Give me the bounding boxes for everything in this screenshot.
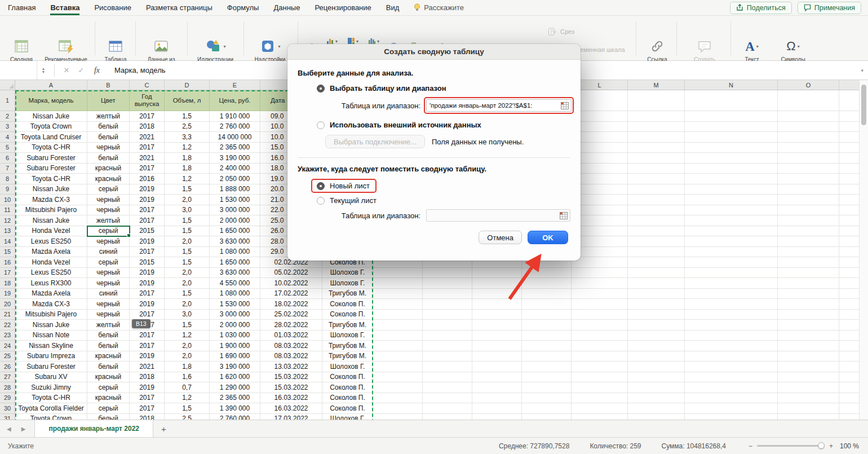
grid-cell[interactable]: 2019	[130, 382, 165, 393]
grid-cell[interactable]	[522, 382, 572, 393]
grid-cell[interactable]: Соколов П.	[322, 403, 373, 414]
grid-cell[interactable]: Mazda CX-3	[15, 195, 87, 205]
grid-cell[interactable]: 2,0	[165, 195, 210, 205]
grid-cell[interactable]	[839, 268, 859, 279]
grid-cell[interactable]	[373, 310, 423, 320]
grid-cell[interactable]	[472, 299, 522, 310]
grid-cell[interactable]	[522, 341, 572, 351]
grid-cell[interactable]	[778, 174, 839, 184]
grid-cell[interactable]	[685, 382, 778, 393]
grid-cell[interactable]	[572, 289, 628, 299]
grid-cell[interactable]	[778, 414, 839, 420]
grid-cell[interactable]	[778, 247, 839, 258]
grid-cell[interactable]	[778, 393, 839, 404]
grid-cell[interactable]: серый	[87, 226, 130, 237]
grid-cell[interactable]	[778, 289, 839, 299]
grid-cell[interactable]: черный	[87, 143, 130, 153]
grid-cell[interactable]: Шолохов Г.	[322, 414, 373, 420]
grid-cell[interactable]	[373, 351, 423, 362]
grid-cell[interactable]: белый	[87, 122, 130, 133]
grid-cell[interactable]	[373, 268, 423, 279]
grid-cell[interactable]	[572, 278, 628, 289]
col-header[interactable]: A	[15, 80, 87, 90]
grid-cell[interactable]: 4 550 000	[210, 278, 260, 289]
share-button[interactable]: Поделиться	[730, 2, 792, 14]
header-cell[interactable]: Объем, л	[165, 90, 210, 111]
slicer-button[interactable]: Срез	[548, 27, 574, 36]
row-header[interactable]: 28	[0, 382, 15, 393]
grid-cell[interactable]	[685, 257, 778, 268]
radio-external-source[interactable]	[317, 121, 325, 129]
grid-cell[interactable]	[778, 111, 839, 122]
grid-cell[interactable]: красный	[87, 164, 130, 174]
grid-cell[interactable]	[423, 278, 472, 289]
grid-cell[interactable]	[839, 372, 859, 383]
grid-cell[interactable]	[572, 372, 628, 383]
grid-cell[interactable]: 10.02.2022	[260, 278, 322, 289]
grid-cell[interactable]: Subaru Forester	[15, 164, 87, 174]
header-cell[interactable]	[839, 90, 859, 111]
grid-cell[interactable]: Тригубов М.	[322, 289, 373, 299]
row-header[interactable]: 25	[0, 351, 15, 362]
grid-cell[interactable]	[472, 372, 522, 383]
grid-cell[interactable]	[373, 414, 423, 420]
grid-cell[interactable]	[685, 215, 778, 226]
header-cell[interactable]	[628, 90, 685, 111]
grid-cell[interactable]	[472, 414, 522, 420]
grid-cell[interactable]	[628, 257, 685, 268]
grid-cell[interactable]: 17.02.2022	[260, 289, 322, 299]
grid-cell[interactable]	[778, 351, 839, 362]
row-header[interactable]: 11	[0, 205, 15, 216]
grid-cell[interactable]	[778, 310, 839, 320]
grid-cell[interactable]: 3 190 000	[210, 362, 260, 372]
col-header[interactable]: E	[210, 80, 260, 90]
grid-cell[interactable]	[839, 111, 859, 122]
menu-tab[interactable]: Формулы	[227, 0, 259, 15]
grid-cell[interactable]: черный	[87, 299, 130, 310]
insert-function-icon[interactable]: fx	[88, 66, 105, 75]
symbols-button[interactable]: Ω▾ Символы	[776, 37, 811, 63]
grid-cell[interactable]	[522, 278, 572, 289]
grid-cell[interactable]	[778, 268, 839, 279]
grid-cell[interactable]	[839, 247, 859, 258]
grid-cell[interactable]	[778, 299, 839, 310]
grid-cell[interactable]: Nissan Skyline	[15, 341, 87, 351]
formula-bar-expand-icon[interactable]: ▾	[861, 68, 863, 73]
row-header[interactable]: 20	[0, 299, 15, 310]
grid-cell[interactable]	[628, 236, 685, 247]
grid-cell[interactable]: черный	[87, 268, 130, 279]
grid-cell[interactable]: серый	[87, 382, 130, 393]
grid-cell[interactable]	[685, 320, 778, 330]
comments-button[interactable]: Примечания	[798, 2, 861, 14]
grid-cell[interactable]	[572, 257, 628, 268]
grid-cell[interactable]: 2017	[130, 310, 165, 320]
grid-cell[interactable]: красный	[87, 372, 130, 383]
row-header[interactable]: 5	[0, 143, 15, 153]
grid-cell[interactable]	[628, 184, 685, 195]
grid-cell[interactable]: 1 910 000	[210, 111, 260, 122]
grid-cell[interactable]	[778, 195, 839, 205]
col-header[interactable]: B	[87, 80, 130, 90]
grid-cell[interactable]: 2021	[130, 153, 165, 164]
grid-cell[interactable]	[423, 330, 472, 341]
prev-sheet-icon[interactable]: ◀	[7, 426, 11, 432]
grid-cell[interactable]	[685, 226, 778, 237]
grid-cell[interactable]	[628, 132, 685, 143]
grid-cell[interactable]	[572, 351, 628, 362]
grid-cell[interactable]: 2,5	[165, 122, 210, 133]
radio-existing-sheet[interactable]	[317, 197, 325, 205]
grid-cell[interactable]	[522, 351, 572, 362]
grid-cell[interactable]	[572, 268, 628, 279]
grid-cell[interactable]	[628, 111, 685, 122]
grid-cell[interactable]: 2,0	[165, 341, 210, 351]
grid-cell[interactable]: 2,0	[165, 299, 210, 310]
grid-cell[interactable]: белый	[87, 414, 130, 420]
grid-cell[interactable]: 1 390 000	[210, 403, 260, 414]
header-cell[interactable]: Цена, руб.	[210, 90, 260, 111]
grid-cell[interactable]	[472, 341, 522, 351]
grid-cell[interactable]: 2021	[130, 132, 165, 143]
grid-cell[interactable]: Mazda Axela	[15, 289, 87, 299]
grid-cell[interactable]	[839, 278, 859, 289]
grid-cell[interactable]: 1,5	[165, 111, 210, 122]
col-header[interactable]: N	[685, 80, 778, 90]
